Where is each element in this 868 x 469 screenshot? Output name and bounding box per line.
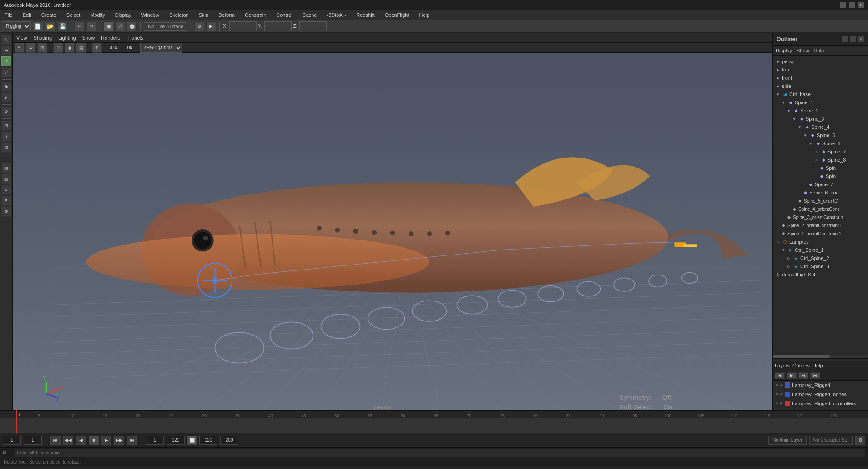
tree-item-spine5[interactable]: ▼ ◆ Spine_5 [773,131,868,139]
tree-item-lamprey[interactable]: ▷ ⬡ Lamprey [773,238,868,246]
stop-button[interactable]: ■ [89,436,99,445]
menu-help[interactable]: Help [418,11,432,19]
menu-deform[interactable]: Deform [217,11,237,19]
layers-nav-prev[interactable]: ◀ [775,372,785,379]
prev-frame-button[interactable]: ◀◀ [63,436,73,445]
mel-input[interactable] [15,449,865,457]
menu-redshift[interactable]: Redshift [354,11,376,19]
new-scene-button[interactable]: 📄 [33,21,43,31]
menu-window[interactable]: Window [140,11,161,19]
menu-modify[interactable]: Modify [88,11,106,19]
open-button[interactable]: 📂 [45,21,56,31]
layer-p-2[interactable]: P [780,392,783,397]
tree-item-spin2[interactable]: ◆ Spin [773,172,868,180]
menu-file[interactable]: File [3,11,15,19]
tree-item-top[interactable]: ▶ top [773,66,868,74]
tree-item-side[interactable]: ▶ side [773,82,868,90]
viewport-menu-shading[interactable]: Shading [32,34,54,41]
attribute-editor-button[interactable]: Ξ [1,196,11,206]
render-button[interactable]: ▶ [206,21,216,31]
layer-item-lamprey-bones[interactable]: V P Lamprey_Rigged_bones [773,390,868,399]
close-button[interactable]: × [858,2,864,8]
paint-weights-button[interactable]: 🖌 [1,92,11,102]
menu-control[interactable]: Control [274,11,294,19]
outliner-menu-help[interactable]: Help [814,48,824,53]
layers-menu-help[interactable]: Help [812,363,823,368]
anim-settings-button[interactable]: ⚙ [855,436,865,445]
snap-point-button[interactable]: ⊡ [1,143,11,153]
viewport-menu-show[interactable]: Show [81,34,97,41]
vp-snap-btn[interactable]: ⊞ [37,43,47,53]
tree-item-spine3[interactable]: ▼ ◆ Spine_3 [773,115,868,123]
gamma-select[interactable]: sRGB gamma [140,43,182,53]
render-layer-button[interactable]: ▥ [1,174,11,184]
menu-constrain[interactable]: Constrain [243,11,268,19]
outliner-scroll-bar[interactable] [773,355,868,358]
tree-item-spine2orient[interactable]: ◆ Spine_2_orientConstraint1 [773,221,868,229]
x-input[interactable] [229,21,257,31]
scale-tool-button[interactable]: ⤢ [1,67,11,77]
select-tool-button[interactable]: ↖ [1,35,11,45]
outliner-maximize[interactable]: □ [850,36,856,42]
no-char-set-label[interactable]: No Character Set [809,436,853,445]
current-frame-input2[interactable] [24,436,42,445]
snap-grid-button[interactable]: ⊞ [1,121,11,131]
minimize-button[interactable]: ─ [840,2,846,8]
layer-v-3[interactable]: V [776,401,778,406]
vp-select-btn[interactable]: ↖ [15,43,25,53]
tree-item-ctrl-spine2[interactable]: ▷ ⊞ Ctrl_Spine_2 [773,254,868,262]
tree-item-spine1[interactable]: ▼ ◆ Spine_1 [773,98,868,107]
play-back-button[interactable]: ◀ [76,436,86,445]
layer-p-1[interactable]: P [780,383,783,387]
maximize-button[interactable]: □ [849,2,855,8]
viewport-menu-renderer[interactable]: Renderer [99,34,124,41]
display-layer-button[interactable]: ▤ [1,163,11,173]
menu-cache[interactable]: Cache [301,11,319,19]
viewport-menu-view[interactable]: View [15,34,29,41]
outliner-menu-show[interactable]: Show [797,48,809,53]
show-manip-button[interactable]: ⊕ [1,107,11,117]
next-frame-button[interactable]: ▶▶ [114,436,124,445]
outliner-menu-display[interactable]: Display [776,48,792,53]
tree-item-front[interactable]: ▶ front [773,74,868,82]
outliner-scroll-track[interactable] [773,355,868,358]
tree-item-spin1[interactable]: ◆ Spin [773,164,868,172]
timeline-track-area[interactable] [0,418,868,433]
undo-button[interactable]: ↩ [75,21,85,31]
soft-select-button[interactable]: ◉ [1,82,11,92]
tree-item-spine4orient[interactable]: ◆ Spine_4_orientCons [773,205,868,213]
render-settings-button[interactable]: ⚙ [194,21,204,31]
vp-texture-btn[interactable]: ▤ [76,43,86,53]
no-anim-layer-label[interactable]: No Anim Layer [768,436,807,445]
outliner-minimize[interactable]: ─ [842,36,848,42]
tree-item-spine1orient[interactable]: ◆ Spine_1_orientConstraint1 [773,229,868,238]
y-input[interactable] [264,21,292,31]
viewport-menu-panels[interactable]: Panels [126,34,146,41]
tree-item-spine8[interactable]: ▷ ◆ Spine_8 [773,156,868,164]
tree-item-ctrl-spine3[interactable]: ▷ ⊞ Ctrl_Spine_3 [773,262,868,270]
timeline-ticks[interactable]: 5 10 15 20 25 30 35 40 45 50 55 60 65 70… [22,411,850,418]
layer-item-lamprey-controllers[interactable]: V P Lamprey_Rigged_controllers [773,399,868,408]
menu-select[interactable]: Select [65,11,82,19]
tree-item-spine7-outer[interactable]: ◆ Spine_7 [773,180,868,189]
rotate-tool-button[interactable]: ↺ [1,56,11,66]
layers-nav-first[interactable]: ⏮ [798,372,808,379]
outliner-close[interactable]: × [858,36,864,42]
layer-p-3[interactable]: P [780,401,783,406]
menu-openflight[interactable]: OpenFlight [383,11,411,19]
move-tool-button[interactable]: ✛ [1,46,11,56]
tree-item-spine3orient[interactable]: ◆ Spine_3_orientConstrain [773,213,868,221]
viewport-menu-lighting[interactable]: Lighting [56,34,78,41]
menu-display[interactable]: Display [113,11,133,19]
layers-nav-next[interactable]: ▶ [787,372,797,379]
tree-item-spine6[interactable]: ▼ ◆ Spine_6 [773,139,868,148]
outliner-scroll-thumb[interactable] [773,355,830,358]
vp-paint-btn[interactable]: 🖌 [26,43,36,53]
playback-max-input[interactable] [220,436,238,445]
menu-skeleton[interactable]: Skeleton [167,11,191,19]
go-end-button[interactable]: ⏭ [127,436,137,445]
vp-smooth-btn[interactable]: ◉ [65,43,75,53]
outliner-tree[interactable]: ▶ persp ▶ top ▶ front ▶ side [773,56,868,355]
vp-wireframe-btn[interactable]: □ [53,43,63,53]
layers-menu-layers[interactable]: Layers [775,363,790,368]
